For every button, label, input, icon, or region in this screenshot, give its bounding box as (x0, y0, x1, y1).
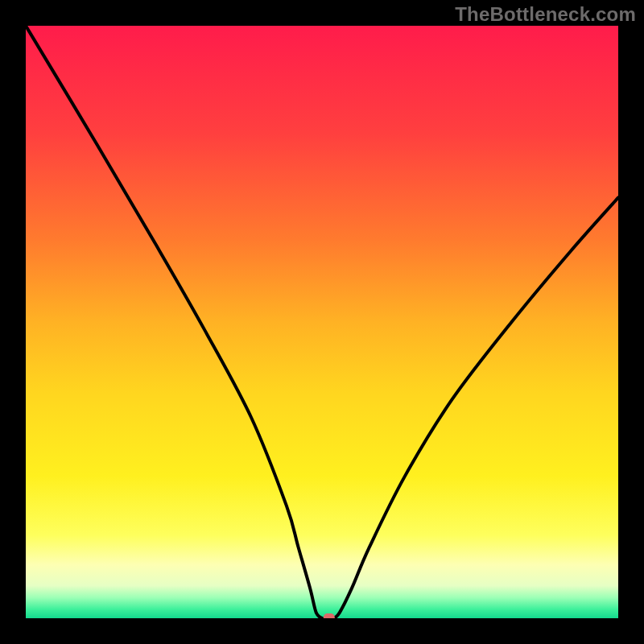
chart-svg (26, 26, 618, 618)
plot-area (26, 26, 618, 618)
gradient-background (26, 26, 618, 618)
watermark-text: TheBottleneck.com (455, 3, 636, 26)
chart-frame: TheBottleneck.com (0, 0, 644, 644)
